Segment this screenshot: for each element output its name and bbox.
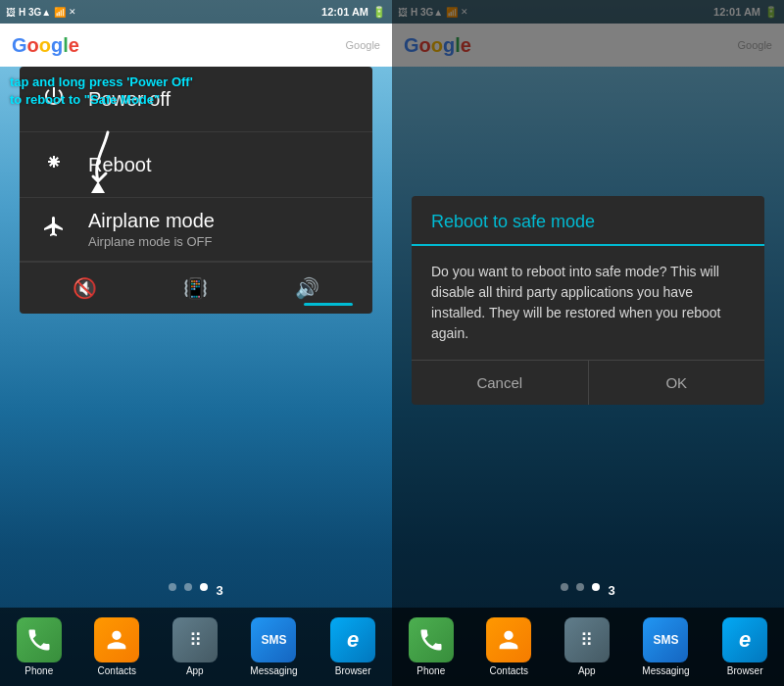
right-dock-messaging[interactable]: SMS Messaging	[642, 617, 689, 676]
right-phone-panel: 🖼 H 3G▲ 📶 ✕ 12:01 AM 🔋 Google Google Reb…	[392, 0, 784, 686]
left-dock: Phone Contacts ⠿ App SMS Messaging e Bro…	[0, 608, 392, 686]
dot-1	[169, 583, 176, 591]
dialog-title: Reboot to safe mode	[412, 196, 764, 246]
left-google-small: Google	[346, 39, 380, 51]
sound-icon[interactable]: 🔊	[295, 276, 319, 300]
right-browser-label: Browser	[727, 665, 763, 676]
airplane-icon	[39, 215, 69, 244]
left-status-right: 12:01 AM 🔋	[321, 6, 386, 19]
dock-contacts[interactable]: Contacts	[94, 617, 139, 676]
left-page-dots: 3	[0, 583, 392, 598]
right-messaging-label: Messaging	[642, 665, 689, 676]
dialog-body: Do you want to reboot into safe mode? Th…	[412, 246, 764, 360]
mute-icon[interactable]: 🔇	[73, 276, 97, 300]
browser-icon: e	[330, 617, 375, 662]
right-page-number: 3	[608, 583, 614, 598]
left-status-icons: 🖼 H 3G▲ 📶 ✕	[6, 7, 76, 18]
sms-icon: SMS	[251, 617, 296, 662]
arrow-indicator	[49, 122, 147, 215]
cancel-button[interactable]: Cancel	[412, 361, 589, 405]
signal-x: ✕	[69, 7, 76, 17]
page-number-left: 3	[216, 583, 222, 598]
app-label: App	[186, 665, 204, 676]
network-icon: H 3G▲	[19, 7, 51, 18]
right-app-icon: ⠿	[564, 617, 610, 662]
right-dock-browser[interactable]: e Browser	[722, 617, 767, 676]
vibrate-icon[interactable]: 📳	[183, 276, 208, 300]
dot-2	[184, 583, 192, 591]
airplane-sub: Airplane mode is OFF	[88, 234, 215, 249]
annotation-text: tap and long press 'Power Off' to reboot…	[10, 74, 193, 109]
right-dock-contacts[interactable]: Contacts	[486, 617, 531, 676]
right-phone-icon	[409, 617, 454, 662]
left-google-logo: Google	[12, 34, 79, 57]
right-browser-icon: e	[722, 617, 767, 662]
right-dot-2	[576, 583, 584, 591]
phone-icon	[17, 617, 62, 662]
dot-3-active	[200, 583, 208, 591]
left-phone-panel: 🖼 H 3G▲ 📶 ✕ 12:01 AM 🔋 Google Google tap…	[0, 0, 392, 686]
volume-indicator	[304, 303, 353, 306]
right-app-label: App	[578, 665, 596, 676]
left-battery: 🔋	[372, 6, 386, 19]
right-sms-icon: SMS	[643, 617, 688, 662]
left-status-bar: 🖼 H 3G▲ 📶 ✕ 12:01 AM 🔋	[0, 0, 392, 24]
dock-phone[interactable]: Phone	[17, 617, 62, 676]
signal-bars: 📶	[54, 7, 66, 18]
right-dock-phone[interactable]: Phone	[409, 617, 454, 676]
messaging-label: Messaging	[250, 665, 297, 676]
app-icon: ⠿	[172, 617, 218, 662]
dialog-buttons: Cancel OK	[412, 360, 764, 405]
contacts-label: Contacts	[98, 665, 136, 676]
right-page-dots: 3	[392, 583, 784, 598]
contacts-icon	[94, 617, 139, 662]
right-dock: Phone Contacts ⠿ App SMS Messaging e Bro…	[392, 608, 784, 686]
right-dot-3	[592, 583, 600, 591]
left-google-bar: Google Google	[0, 24, 392, 67]
right-dock-app[interactable]: ⠿ App	[564, 617, 610, 676]
safe-mode-dialog: Reboot to safe mode Do you want to reboo…	[412, 196, 764, 405]
left-time: 12:01 AM	[321, 6, 368, 18]
ok-button[interactable]: OK	[589, 361, 765, 405]
dock-messaging[interactable]: SMS Messaging	[250, 617, 297, 676]
notification-icon: 🖼	[6, 7, 16, 18]
right-dot-1	[561, 583, 568, 591]
dock-browser[interactable]: e Browser	[330, 617, 375, 676]
right-phone-label: Phone	[416, 665, 445, 676]
right-contacts-icon	[486, 617, 531, 662]
dock-app[interactable]: ⠿ App	[172, 617, 218, 676]
browser-label: Browser	[335, 665, 371, 676]
right-contacts-label: Contacts	[490, 665, 528, 676]
phone-label: Phone	[24, 665, 53, 676]
